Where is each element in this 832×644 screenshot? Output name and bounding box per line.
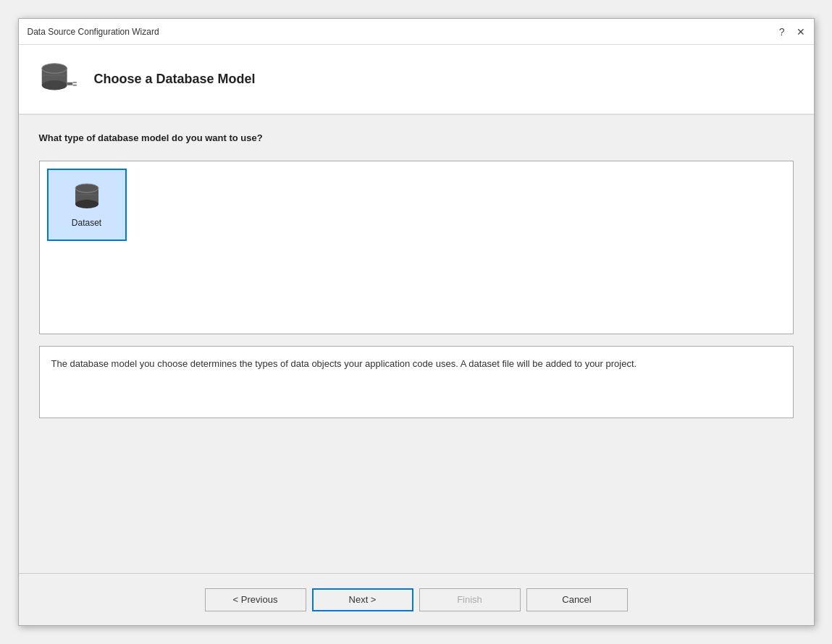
cancel-button[interactable]: Cancel — [526, 588, 628, 611]
header-section: Choose a Database Model — [19, 45, 814, 115]
dataset-model-item[interactable]: Dataset — [47, 169, 127, 241]
svg-rect-6 — [72, 81, 77, 82]
close-button[interactable]: ✕ — [797, 26, 805, 38]
content-area: What type of database model do you want … — [19, 115, 814, 573]
header-title: Choose a Database Model — [94, 72, 256, 87]
svg-rect-7 — [72, 84, 77, 85]
description-box: The database model you choose determines… — [39, 346, 794, 418]
question-label: What type of database model do you want … — [39, 132, 794, 143]
dataset-icon — [70, 182, 104, 213]
description-text: The database model you choose determines… — [51, 358, 637, 369]
svg-point-2 — [41, 80, 67, 90]
help-button[interactable]: ? — [779, 26, 785, 38]
svg-rect-5 — [67, 82, 72, 85]
question-section: What type of database model do you want … — [39, 132, 794, 149]
title-bar-controls: ? ✕ — [779, 26, 805, 38]
button-bar: < Previous Next > Finish Cancel — [19, 573, 814, 625]
spacer — [39, 430, 794, 556]
dialog-window: Data Source Configuration Wizard ? ✕ — [18, 18, 815, 626]
database-plug-icon — [36, 61, 80, 98]
finish-button: Finish — [419, 588, 521, 611]
title-bar-left: Data Source Configuration Wizard — [28, 27, 159, 37]
window-title: Data Source Configuration Wizard — [28, 27, 159, 37]
model-selection-box[interactable]: Dataset — [39, 161, 794, 334]
dataset-model-label: Dataset — [72, 218, 101, 228]
header-icon — [36, 59, 80, 99]
previous-button[interactable]: < Previous — [205, 588, 306, 611]
next-button[interactable]: Next > — [312, 588, 413, 611]
title-bar: Data Source Configuration Wizard ? ✕ — [19, 19, 814, 45]
svg-point-10 — [75, 200, 98, 208]
